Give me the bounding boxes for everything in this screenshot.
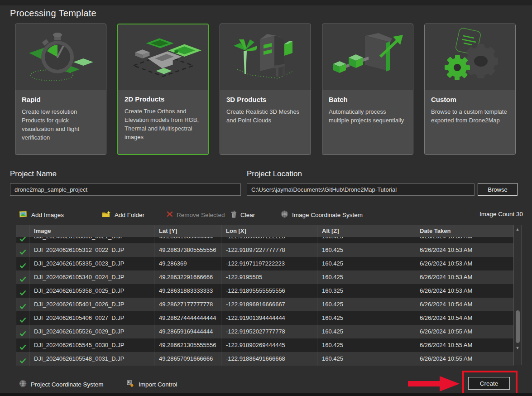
row-check-icon <box>16 237 29 243</box>
template-title: 3D Products <box>226 96 304 103</box>
image-count-label: Image Count <box>479 211 514 217</box>
row-check-icon <box>16 325 29 338</box>
row-check-icon <box>16 311 29 325</box>
window-bottom-edge <box>0 393 532 396</box>
template-card-2d-products[interactable]: 2D Products Create True Orthos and Eleva… <box>117 24 209 155</box>
remove-x-icon <box>167 211 173 218</box>
add-folder-button[interactable]: Add Folder <box>102 209 144 221</box>
template-card-batch[interactable]: Batch Automatically process multiple pro… <box>322 24 413 155</box>
header-lon[interactable]: Lon [X] <box>221 225 317 237</box>
cell-lat: 49.286373805555556 <box>154 243 221 257</box>
table-row[interactable]: DJI_20240626105401_0026_D.JP49.286271777… <box>16 298 514 311</box>
cell-lat: 49.28641969444444 <box>154 237 221 243</box>
cell-alt: 160.325 <box>317 284 415 298</box>
table-row[interactable]: DJI_20240626105545_0030_D.JP49.286621305… <box>16 338 514 352</box>
table-row[interactable]: DJI_20240626105308_0021_D.JP49.286419694… <box>16 237 514 243</box>
add-images-icon <box>19 211 28 219</box>
cell-lat: 49.286274444444444 <box>154 311 221 325</box>
table-row[interactable]: DJI_20240626105340_0024_D.JP49.286322916… <box>16 270 514 284</box>
cell-lon: -122.91901394444444 <box>221 311 317 325</box>
folder-arrow-cubes-icon <box>322 24 413 90</box>
remove-selected-button[interactable]: Remove Selected <box>167 209 225 221</box>
image-coordinate-system-button[interactable]: Image Coordinate System <box>281 209 363 221</box>
table-body: DJI_20240626105308_0021_D.JP49.286419694… <box>16 237 514 366</box>
header-check-column <box>16 225 29 237</box>
row-check-icon <box>16 352 29 366</box>
create-button[interactable]: Create <box>468 377 510 390</box>
cell-image: DJI_20240626105308_0021_D.JP <box>29 237 154 243</box>
cell-lon: -122.91897227777778 <box>221 243 317 257</box>
add-images-button[interactable]: Add Images <box>19 209 64 221</box>
window-top-edge <box>0 0 532 5</box>
clear-button[interactable]: Clear <box>231 209 255 221</box>
cell-date: 6/26/2024 10:53 AM <box>415 237 513 243</box>
cell-image: DJI_20240626105526_0029_D.JP <box>29 325 154 338</box>
row-check-icon <box>16 284 29 298</box>
header-date[interactable]: Date Taken <box>415 225 513 237</box>
template-description: Automatically process multiple projects … <box>329 108 407 125</box>
project-location-label: Project Location <box>247 169 302 179</box>
cell-lat: 49.28627177777778 <box>154 298 221 311</box>
scroll-down-icon[interactable]: ▼ <box>514 346 521 350</box>
table-scrollbar[interactable]: ▲ ▼ <box>513 225 521 365</box>
table-row[interactable]: DJI_20240626105358_0025_D.JP49.286318833… <box>16 284 514 298</box>
cell-alt: 160.425 <box>317 298 415 311</box>
table-header: Image Lat [Y] Lon [X] Alt [Z] Date Taken <box>16 225 521 237</box>
template-description: Browse to a custom template exported fro… <box>431 108 509 125</box>
remove-selected-label: Remove Selected <box>177 212 225 218</box>
cell-image: DJI_20240626105401_0026_D.JP <box>29 298 154 311</box>
cell-lon: -122.91952027777778 <box>221 325 317 338</box>
image-count-value: 30 <box>516 211 523 217</box>
project-name-label: Project Name <box>10 169 57 179</box>
header-image[interactable]: Image <box>29 225 154 237</box>
cell-lon: -122.91890697222223 <box>221 237 317 243</box>
import-control-label: Import Control <box>139 381 177 388</box>
cell-date: 6/26/2024 10:55 AM <box>415 325 513 338</box>
custom-illustration <box>425 24 515 90</box>
cell-image: DJI_20240626105340_0024_D.JP <box>29 270 154 284</box>
table-row[interactable]: DJI_20240626105406_0027_D.JP49.286274444… <box>16 311 514 325</box>
project-coordinate-system-button[interactable]: Project Coordinate System <box>19 379 104 390</box>
table-row[interactable]: DJI_20240626105548_0031_D.JP49.286570916… <box>16 352 514 366</box>
import-control-button[interactable]: Import Control <box>127 379 177 390</box>
cell-image: DJI_20240626105545_0030_D.JP <box>29 338 154 352</box>
page-title: Processing Template <box>10 8 96 19</box>
cell-lon: -122.91971197222223 <box>221 257 317 270</box>
cell-date: 6/26/2024 10:54 AM <box>415 311 513 325</box>
table-row[interactable]: DJI_20240626105526_0029_D.JP49.286591694… <box>16 325 514 338</box>
cell-date: 6/26/2024 10:55 AM <box>415 338 513 352</box>
scroll-up-icon[interactable]: ▲ <box>514 227 521 232</box>
cell-lat: 49.28632291666666 <box>154 270 221 284</box>
scrollbar-thumb[interactable] <box>516 310 520 343</box>
template-card-rapid[interactable]: Rapid Create low resolution Products for… <box>15 24 106 155</box>
cell-lat: 49.286621305555556 <box>154 338 221 352</box>
add-images-label: Add Images <box>31 212 64 218</box>
project-location-input[interactable] <box>247 184 474 196</box>
browse-button[interactable]: Browse <box>478 183 518 196</box>
cell-alt: 160.425 <box>317 257 415 270</box>
row-check-icon <box>16 270 29 284</box>
cell-lon: -122.91896916666667 <box>221 298 317 311</box>
cell-lat: 49.28657091666666 <box>154 352 221 366</box>
header-lat[interactable]: Lat [Y] <box>154 225 221 237</box>
header-alt[interactable]: Alt [Z] <box>317 225 415 237</box>
project-name-input[interactable] <box>10 184 241 196</box>
cell-image: DJI_20240626105548_0031_D.JP <box>29 352 154 366</box>
2d-products-illustration <box>118 24 208 90</box>
cell-alt: 160.425 <box>317 338 415 352</box>
table-row[interactable]: DJI_20240626105335_0023_D.JP49.286369-12… <box>16 257 514 270</box>
template-title: Batch <box>329 96 407 103</box>
cell-alt: 160.425 <box>317 237 415 243</box>
cell-image: DJI_20240626105406_0027_D.JP <box>29 311 154 325</box>
batch-illustration <box>322 24 413 90</box>
add-folder-label: Add Folder <box>115 212 144 218</box>
template-title: Custom <box>431 96 509 103</box>
cell-alt: 160.425 <box>317 352 415 366</box>
table-row[interactable]: DJI_20240626105312_0022_D.JP49.286373805… <box>16 243 514 257</box>
cell-lat: 49.28631883333333 <box>154 284 221 298</box>
cell-lon: -122.9195505 <box>221 270 317 284</box>
template-card-3d-products[interactable]: 3D Products Create Realistic 3D Meshes a… <box>220 24 311 155</box>
ortho-blocks-icon <box>118 24 208 90</box>
3d-products-illustration <box>220 24 311 90</box>
template-card-custom[interactable]: Custom Browse to a custom template expor… <box>424 24 516 155</box>
